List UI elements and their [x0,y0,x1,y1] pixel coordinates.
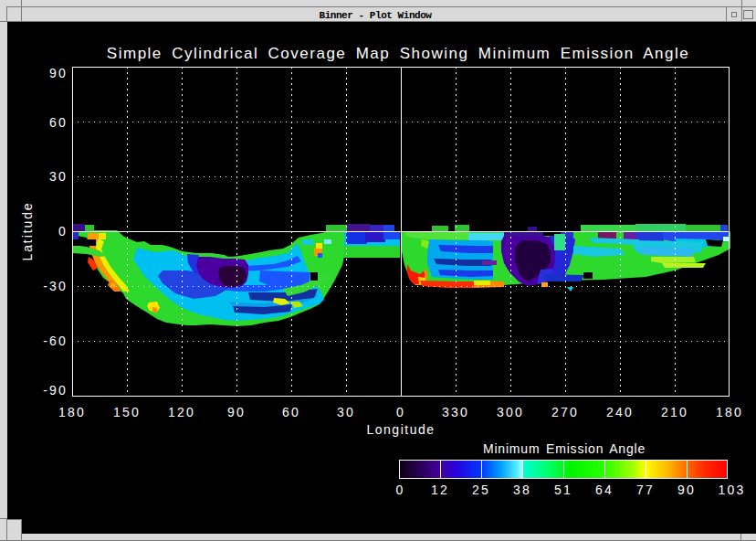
svg-text:12: 12 [431,483,449,497]
svg-text:150: 150 [113,405,141,419]
svg-text:25: 25 [472,483,490,497]
svg-text:210: 210 [661,405,688,419]
svg-text:300: 300 [497,405,524,419]
svg-text:60: 60 [282,405,300,419]
svg-text:Binner - Plot Window: Binner - Plot Window [319,10,432,21]
svg-text:120: 120 [168,405,195,419]
svg-text:90: 90 [227,405,246,419]
svg-text:240: 240 [606,405,634,419]
svg-text:0: 0 [58,224,68,239]
svg-text:-60: -60 [43,334,68,348]
svg-text:-30: -30 [43,279,68,293]
svg-text:Latitude: Latitude [20,201,35,260]
svg-text:64: 64 [595,483,614,497]
svg-text:0: 0 [396,483,405,497]
svg-text:103: 103 [719,483,746,497]
svg-text:Minimum Emission Angle: Minimum Emission Angle [483,441,646,456]
svg-text:Simple Cylindrical Coverage Ma: Simple Cylindrical Coverage Map Showing … [107,45,689,62]
svg-text:0: 0 [396,405,405,419]
svg-text:90: 90 [49,66,68,80]
svg-text:Longitude: Longitude [366,422,435,437]
svg-text:77: 77 [636,483,655,497]
svg-text:38: 38 [513,483,531,497]
svg-text:90: 90 [677,483,696,497]
svg-text:180: 180 [58,405,86,419]
svg-text:180: 180 [716,405,743,419]
svg-text:270: 270 [551,405,579,419]
svg-text:330: 330 [442,405,469,419]
svg-text:30: 30 [337,405,355,419]
svg-text:60: 60 [49,115,68,130]
svg-text:-90: -90 [43,383,68,398]
svg-text:51: 51 [554,483,572,497]
svg-text:30: 30 [49,169,68,184]
